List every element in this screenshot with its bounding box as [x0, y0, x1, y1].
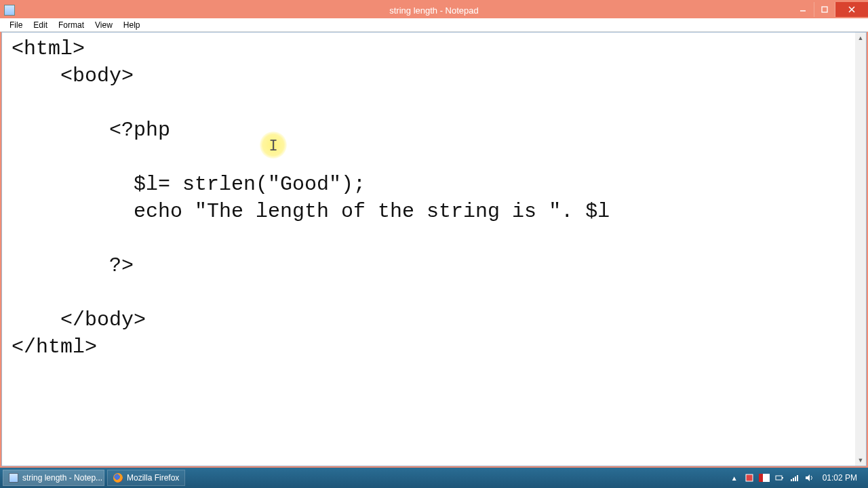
svg-line-3: [849, 7, 854, 12]
system-tray: ▲ 01:02 PM: [729, 472, 865, 483]
notepad-icon: [9, 473, 18, 483]
menu-help[interactable]: Help: [118, 19, 146, 31]
notepad-app-icon: [4, 5, 15, 16]
text-editor[interactable]: <html> <body> <?php $l= strlen("Good"); …: [2, 33, 855, 466]
menu-view[interactable]: View: [90, 19, 118, 31]
menu-file[interactable]: File: [4, 19, 28, 31]
window-controls: [792, 2, 868, 18]
svg-rect-5: [776, 476, 782, 480]
svg-rect-6: [782, 477, 783, 479]
scroll-down-icon[interactable]: ▼: [855, 455, 866, 466]
taskbar-item-label: Mozilla Firefox: [127, 473, 179, 483]
firefox-icon: [113, 473, 123, 483]
taskbar-item-firefox[interactable]: Mozilla Firefox: [107, 470, 185, 486]
scroll-up-icon[interactable]: ▲: [855, 33, 866, 43]
title-bar: string length - Notepad: [0, 2, 868, 18]
tray-security-icon[interactable]: [744, 472, 755, 483]
tray-flag-icon[interactable]: [759, 472, 770, 483]
svg-rect-10: [797, 475, 798, 481]
tray-volume-icon[interactable]: [804, 472, 814, 483]
menu-edit[interactable]: Edit: [28, 19, 53, 31]
svg-marker-11: [806, 474, 810, 481]
editor-container: <html> <body> <?php $l= strlen("Good"); …: [1, 32, 867, 466]
svg-line-2: [849, 7, 854, 12]
svg-rect-7: [791, 479, 792, 481]
window-title: string length - Notepad: [389, 5, 479, 16]
menu-format[interactable]: Format: [53, 19, 90, 31]
svg-rect-1: [822, 7, 827, 12]
close-button[interactable]: [835, 2, 868, 17]
tray-network-icon[interactable]: [789, 472, 800, 483]
taskbar-item-notepad[interactable]: string length - Notep...: [3, 470, 104, 486]
svg-rect-9: [795, 476, 796, 481]
tray-clock[interactable]: 01:02 PM: [818, 474, 861, 482]
taskbar: string length - Notep... Mozilla Firefox…: [0, 468, 868, 488]
tray-overflow-icon[interactable]: ▲: [729, 472, 740, 483]
maximize-button[interactable]: [814, 2, 835, 17]
menu-bar: File Edit Format View Help: [0, 18, 868, 32]
svg-rect-4: [746, 474, 753, 481]
svg-rect-8: [793, 478, 794, 481]
tray-power-icon[interactable]: [774, 472, 785, 483]
vertical-scrollbar[interactable]: ▲ ▼: [855, 33, 866, 466]
taskbar-item-label: string length - Notep...: [22, 473, 102, 483]
minimize-button[interactable]: [792, 2, 814, 17]
